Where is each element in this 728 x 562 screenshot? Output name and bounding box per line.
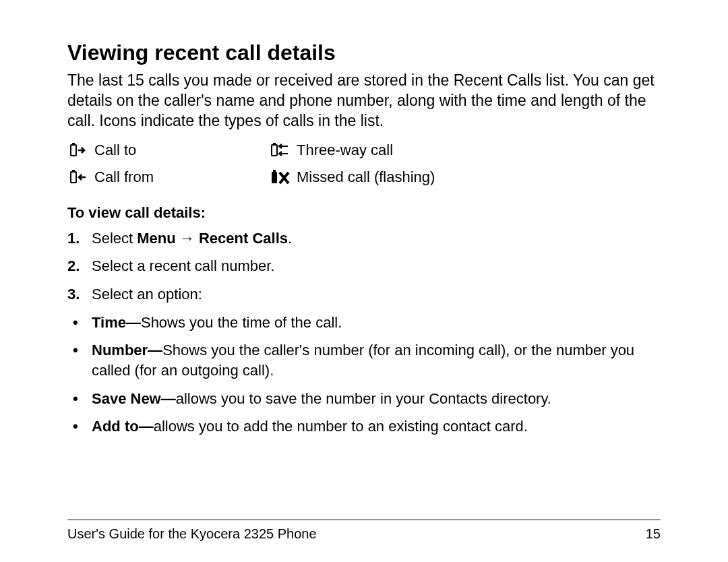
page-number: 15 bbox=[646, 526, 661, 542]
svg-rect-1 bbox=[72, 143, 75, 146]
legend-label: Missed call (flashing) bbox=[297, 168, 435, 186]
option-text: Shows you the time of the call. bbox=[141, 314, 342, 331]
legend-row: Missed call (flashing) bbox=[270, 164, 553, 191]
option-item: Save New—allows you to save the number i… bbox=[67, 389, 661, 409]
svg-rect-0 bbox=[71, 145, 76, 156]
svg-rect-3 bbox=[72, 170, 75, 173]
option-item: Add to—allows you to add the number to a… bbox=[67, 416, 661, 437]
step-text: Select bbox=[92, 230, 137, 247]
menu-path: Menu bbox=[137, 230, 175, 247]
page-footer: User's Guide for the Kyocera 2325 Phone … bbox=[67, 526, 661, 542]
call-from-icon bbox=[67, 169, 89, 185]
option-text: allows you to save the number in your Co… bbox=[176, 390, 551, 407]
legend-label: Call from bbox=[94, 168, 154, 186]
step-text: Select a recent call number. bbox=[92, 257, 274, 274]
icon-legend: Call to Call from Three-way call Miss bbox=[67, 137, 661, 191]
svg-rect-4 bbox=[272, 145, 277, 156]
svg-rect-6 bbox=[272, 172, 277, 183]
legend-label: Three-way call bbox=[297, 142, 393, 159]
svg-rect-5 bbox=[273, 143, 276, 146]
legend-row: Three-way call bbox=[270, 137, 553, 164]
footer-title: User's Guide for the Kyocera 2325 Phone bbox=[67, 526, 317, 542]
menu-path: Recent Calls bbox=[199, 230, 288, 247]
intro-paragraph: The last 15 calls you made or received a… bbox=[67, 71, 661, 131]
svg-rect-2 bbox=[71, 172, 76, 183]
option-text: allows you to add the number to an exist… bbox=[154, 418, 528, 435]
option-item: Number—Shows you the caller's number (fo… bbox=[67, 340, 661, 380]
subheading: To view call details: bbox=[67, 204, 661, 222]
steps-list: 1. Select Menu → Recent Calls. 2. Select… bbox=[67, 228, 661, 305]
call-to-icon bbox=[67, 142, 89, 158]
options-list: Time—Shows you the time of the call. Num… bbox=[67, 313, 661, 437]
legend-label: Call to bbox=[94, 142, 136, 159]
arrow-text: → bbox=[176, 230, 199, 247]
legend-row: Call to bbox=[67, 137, 270, 164]
step-text: . bbox=[288, 230, 292, 247]
option-name: Add to— bbox=[92, 418, 154, 435]
svg-rect-7 bbox=[273, 170, 276, 173]
option-text: Shows you the caller's number (for an in… bbox=[92, 342, 634, 379]
step-item: 1. Select Menu → Recent Calls. bbox=[67, 228, 661, 249]
page-title: Viewing recent call details bbox=[67, 40, 661, 65]
step-item: 2. Select a recent call number. bbox=[67, 256, 661, 276]
option-name: Time— bbox=[92, 314, 141, 331]
step-item: 3. Select an option: bbox=[67, 284, 661, 305]
missed-call-icon bbox=[270, 168, 291, 186]
footer-divider bbox=[67, 520, 661, 520]
option-name: Save New— bbox=[92, 390, 176, 407]
step-text: Select an option: bbox=[92, 286, 202, 303]
option-item: Time—Shows you the time of the call. bbox=[67, 313, 661, 333]
legend-row: Call from bbox=[67, 164, 270, 191]
option-name: Number— bbox=[92, 342, 162, 358]
three-way-call-icon bbox=[270, 142, 291, 158]
